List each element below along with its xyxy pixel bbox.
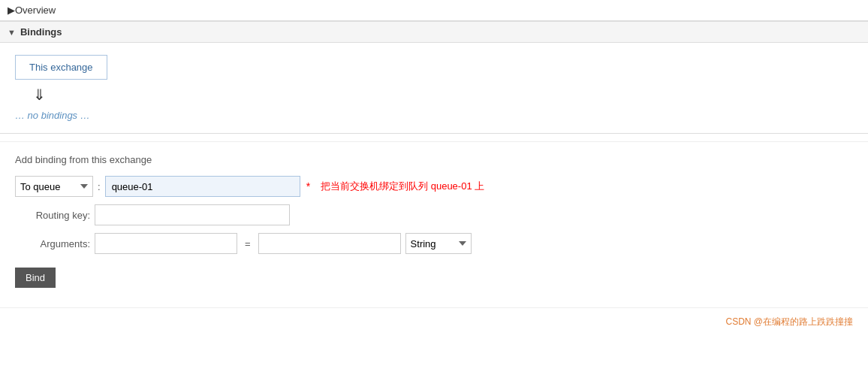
arguments-key-input[interactable]: [95, 233, 237, 254]
arguments-label: Arguments:: [15, 238, 90, 249]
arguments-value-input[interactable]: [258, 233, 401, 254]
required-star: *: [306, 180, 310, 192]
no-bindings-label: … no bindings …: [15, 110, 853, 121]
bindings-section-header[interactable]: ▼ Bindings: [0, 21, 868, 43]
down-arrow-icon: ⇓: [33, 86, 853, 104]
section-divider: [0, 133, 868, 134]
to-queue-row: To queue To exchange : * 把当前交换机绑定到队列 que…: [15, 176, 853, 197]
arguments-row: Arguments: = String Integer Boolean List…: [15, 233, 853, 254]
routing-key-row: Routing key:: [15, 204, 853, 225]
string-type-select[interactable]: String Integer Boolean List Dictionary: [405, 233, 472, 254]
bind-button[interactable]: Bind: [15, 268, 56, 288]
annotation-text: 把当前交换机绑定到队列 queue-01 上: [321, 180, 484, 193]
overview-section-header[interactable]: ▶ Overview: [0, 0, 868, 21]
this-exchange-box: This exchange: [15, 55, 107, 80]
to-queue-select[interactable]: To queue To exchange: [15, 176, 93, 197]
add-binding-section: Add binding from this exchange To queue …: [0, 141, 868, 300]
queue-name-input[interactable]: [105, 176, 300, 197]
overview-title: Overview: [15, 5, 56, 16]
bindings-content: This exchange ⇓ … no bindings …: [0, 43, 868, 133]
footer: CSDN @在编程的路上跌跌撞撞: [0, 307, 868, 336]
equals-sign: =: [245, 238, 251, 249]
overview-arrow-icon: ▶: [8, 5, 15, 16]
colon-separator: :: [98, 181, 101, 192]
this-exchange-box-wrapper: This exchange: [15, 55, 853, 80]
bindings-arrow-icon: ▼: [8, 28, 16, 37]
bindings-title: Bindings: [20, 26, 62, 38]
footer-credit: CSDN @在编程的路上跌跌撞撞: [725, 316, 853, 328]
routing-key-label: Routing key:: [15, 210, 90, 221]
add-binding-title: Add binding from this exchange: [15, 154, 853, 165]
routing-key-input[interactable]: [95, 204, 290, 225]
